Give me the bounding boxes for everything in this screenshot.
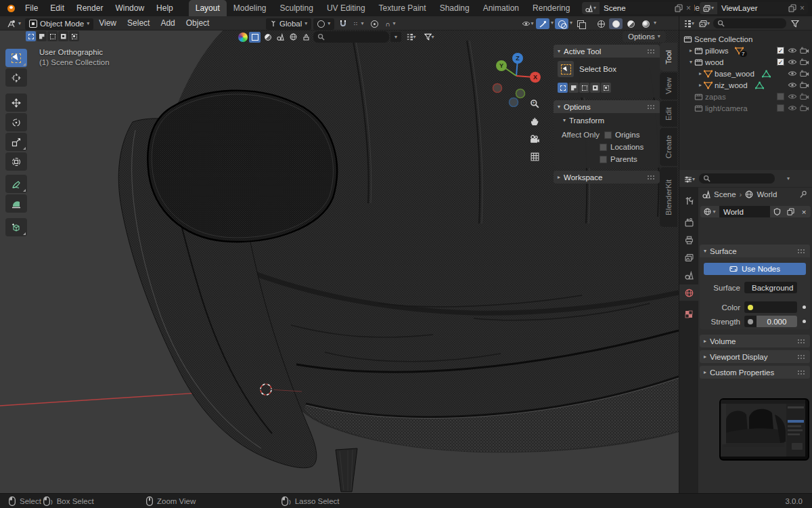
disable-in-renders-icon[interactable] bbox=[800, 47, 809, 54]
tool-annotate-button[interactable] bbox=[5, 175, 27, 193]
sidebar-mode-invert-icon[interactable] bbox=[590, 83, 600, 93]
hide-in-viewport-icon[interactable] bbox=[788, 104, 797, 112]
panel-grip-icon[interactable] bbox=[647, 49, 656, 54]
tab-scene-properties[interactable] bbox=[679, 267, 698, 283]
properties-search-input[interactable] bbox=[699, 173, 775, 184]
locations-checkbox[interactable] bbox=[600, 144, 607, 151]
surface-panel-header[interactable]: ▾ Surface bbox=[700, 245, 810, 257]
menu-help[interactable]: Help bbox=[150, 3, 179, 13]
workspace-tab-sculpting[interactable]: Sculpting bbox=[273, 0, 320, 16]
select-mode-invert-icon[interactable] bbox=[58, 31, 68, 41]
outliner-row-base-wood[interactable]: ▸ base_wood bbox=[679, 68, 812, 79]
workspace-panel-header[interactable]: ▸ Workspace bbox=[554, 171, 660, 184]
hide-in-viewport-icon[interactable] bbox=[788, 70, 797, 77]
disable-in-renders-icon[interactable] bbox=[800, 70, 809, 77]
world-icon[interactable] bbox=[745, 190, 753, 198]
blenderkit-scene-icon[interactable] bbox=[275, 32, 286, 43]
outliner-row-wood[interactable]: ▾ wood ✓ bbox=[679, 56, 812, 68]
blender-logo-icon[interactable] bbox=[5, 5, 16, 12]
outliner-row-pillows[interactable]: ▸ pillows 7 ✓ bbox=[679, 45, 812, 56]
shading-rendered-button[interactable] bbox=[639, 18, 652, 29]
select-mode-extend-icon[interactable] bbox=[37, 31, 47, 41]
blenderkit-hdr-icon[interactable] bbox=[288, 32, 299, 43]
perspective-toggle-icon[interactable] bbox=[528, 150, 541, 163]
surface-value-dropdown[interactable]: Background bbox=[744, 282, 797, 293]
scene-selector[interactable]: ▾ Scene × bbox=[582, 2, 694, 14]
sidebar-tab-view[interactable]: View bbox=[660, 72, 677, 100]
sidebar-mode-subtract-icon[interactable] bbox=[579, 83, 589, 93]
viewport-menu-select[interactable]: Select bbox=[122, 18, 155, 28]
blenderkit-material-icon[interactable] bbox=[262, 32, 273, 43]
object-visibility-dropdown[interactable]: ▾ bbox=[521, 18, 535, 29]
expand-icon[interactable]: ▸ bbox=[697, 70, 704, 77]
sidebar-mode-intersect-icon[interactable] bbox=[601, 83, 611, 93]
sidebar-mode-set-icon[interactable] bbox=[558, 83, 568, 93]
fake-user-icon[interactable] bbox=[770, 206, 784, 217]
workspace-tab-rendering[interactable]: Rendering bbox=[526, 0, 577, 16]
breadcrumb-world[interactable]: World bbox=[757, 190, 777, 198]
shading-dropdown[interactable]: ▾ bbox=[654, 20, 656, 26]
select-box-tool-icon[interactable] bbox=[558, 61, 574, 77]
properties-filter-dropdown[interactable]: ▾ bbox=[787, 176, 790, 182]
expand-icon[interactable]: ▸ bbox=[687, 47, 694, 54]
viewlayer-name[interactable]: ViewLayer bbox=[717, 4, 788, 12]
shading-wireframe-button[interactable] bbox=[594, 18, 608, 29]
tool-move-button[interactable] bbox=[5, 93, 27, 112]
viewport-menu-view[interactable]: View bbox=[93, 18, 122, 28]
blenderkit-brush-icon[interactable] bbox=[300, 32, 312, 43]
new-viewlayer-icon[interactable] bbox=[788, 4, 796, 12]
viewport-display-panel-header[interactable]: ▸ Viewport Display bbox=[700, 350, 810, 363]
blenderkit-sort-dropdown[interactable]: ▾ bbox=[390, 32, 401, 42]
scene-name[interactable]: Scene bbox=[600, 4, 675, 12]
hide-in-viewport-icon[interactable] bbox=[788, 47, 797, 54]
sidebar-mode-extend-icon[interactable] bbox=[568, 83, 579, 93]
tab-world-properties[interactable] bbox=[679, 284, 698, 301]
sidebar-tab-create[interactable]: Create bbox=[660, 128, 677, 166]
menu-window[interactable]: Window bbox=[109, 3, 150, 13]
workspace-tab-animation[interactable]: Animation bbox=[476, 0, 526, 16]
breadcrumb-scene[interactable]: Scene bbox=[714, 190, 736, 198]
menu-render[interactable]: Render bbox=[70, 3, 109, 13]
scene-icon[interactable]: ▾ bbox=[582, 2, 600, 14]
gizmo-dropdown[interactable]: ▾ bbox=[551, 20, 554, 26]
zoom-view-icon[interactable]: + bbox=[528, 98, 541, 110]
expand-icon[interactable]: ▸ bbox=[697, 82, 704, 88]
sidebar-tab-edit[interactable]: Edit bbox=[660, 101, 677, 127]
decorator-dot[interactable] bbox=[803, 305, 806, 309]
blenderkit-search-input[interactable] bbox=[313, 31, 389, 43]
tool-rotate-button[interactable] bbox=[5, 113, 27, 131]
viewport-menu-add[interactable]: Add bbox=[155, 18, 180, 28]
workspace-tab-modeling[interactable]: Modeling bbox=[227, 0, 273, 16]
sidebar-tab-tool[interactable]: Tool bbox=[660, 43, 677, 71]
strength-value-slider[interactable]: 0.000 bbox=[757, 316, 797, 327]
volume-panel-header[interactable]: ▸ Volume bbox=[700, 335, 810, 347]
editor-type-3d-viewport-icon[interactable]: ▾ bbox=[3, 18, 25, 29]
panel-grip-icon[interactable] bbox=[797, 339, 806, 343]
blenderkit-logo-icon[interactable] bbox=[238, 33, 248, 42]
active-tool-panel-header[interactable]: ▾ Active Tool bbox=[554, 45, 660, 58]
blenderkit-model-icon[interactable] bbox=[249, 32, 261, 43]
unlink-scene-icon[interactable]: × bbox=[683, 3, 694, 13]
transform-orientation-dropdown[interactable]: Global ▾ bbox=[266, 18, 311, 30]
outliner-row-zapas[interactable]: zapas bbox=[679, 91, 812, 102]
outliner-search-input[interactable] bbox=[713, 18, 786, 28]
scene-icon[interactable] bbox=[702, 190, 710, 198]
select-mode-set-icon[interactable] bbox=[26, 31, 36, 41]
snap-magnet-icon[interactable] bbox=[336, 18, 350, 29]
tool-measure-button[interactable] bbox=[5, 194, 27, 213]
remove-viewlayer-icon[interactable]: × bbox=[796, 3, 808, 13]
shading-material-button[interactable] bbox=[624, 18, 637, 29]
tab-texture-properties[interactable] bbox=[679, 306, 698, 322]
disable-in-renders-icon[interactable] bbox=[800, 104, 809, 112]
new-scene-icon[interactable] bbox=[675, 4, 683, 12]
collection-checkbox[interactable]: ✓ bbox=[777, 47, 784, 54]
viewport-menu-object[interactable]: Object bbox=[181, 18, 215, 28]
panel-grip-icon[interactable] bbox=[797, 370, 806, 375]
duplicate-datablock-icon[interactable] bbox=[784, 206, 797, 217]
workspace-tab-uv-editing[interactable]: UV Editing bbox=[320, 0, 372, 16]
disable-in-renders-icon[interactable] bbox=[800, 93, 809, 100]
render-preview-thumbnail[interactable] bbox=[719, 398, 809, 461]
world-datablock-dropdown[interactable]: ▾ bbox=[700, 206, 719, 217]
menu-edit[interactable]: Edit bbox=[44, 3, 70, 13]
strength-socket-icon[interactable] bbox=[744, 316, 757, 327]
